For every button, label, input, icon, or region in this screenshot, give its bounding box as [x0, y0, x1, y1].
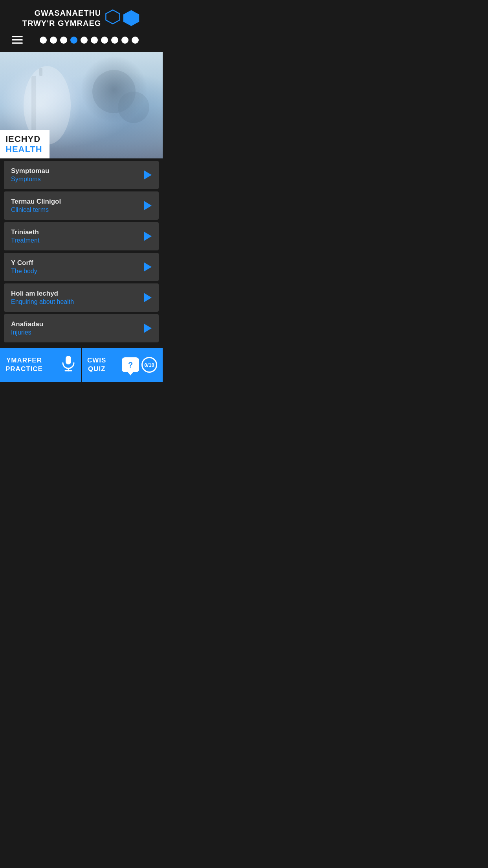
play-arrow-symptoms — [144, 170, 152, 180]
menu-item-clinical-welsh: Termau Clinigol — [11, 198, 61, 206]
svg-marker-1 — [123, 10, 139, 26]
nav-dot-9[interactable] — [121, 37, 128, 44]
nav-dot-5[interactable] — [81, 37, 88, 44]
menu-item-treatment-text: Triniaeth Treatment — [11, 228, 39, 244]
play-arrow-enquiring — [144, 293, 152, 302]
svg-rect-4 — [39, 68, 42, 76]
play-arrow-body — [144, 262, 152, 272]
play-arrow-clinical — [144, 201, 152, 210]
menu-item-enquiring-english: Enquiring about health — [11, 298, 74, 305]
play-arrow-injuries — [144, 324, 152, 333]
hero-english-label: HEALTH — [6, 144, 42, 154]
hero-label: IECHYD HEALTH — [0, 130, 50, 158]
menu-list: Symptomau Symptoms Termau Clinigol Clini… — [0, 158, 163, 345]
svg-marker-0 — [106, 10, 120, 24]
page-dots-nav[interactable] — [25, 37, 153, 44]
hex-filled-icon — [122, 9, 140, 27]
menu-item-symptoms[interactable]: Symptomau Symptoms — [4, 161, 159, 189]
nav-dot-4[interactable] — [70, 37, 77, 44]
play-arrow-treatment — [144, 232, 152, 241]
menu-item-symptoms-text: Symptomau Symptoms — [11, 167, 49, 183]
menu-item-treatment-english: Treatment — [11, 237, 39, 244]
nav-dot-1[interactable] — [40, 37, 47, 44]
practice-button[interactable]: YMARFER PRACTICE — [0, 348, 82, 382]
hamburger-menu[interactable] — [9, 34, 25, 46]
nav-dot-3[interactable] — [60, 37, 67, 44]
logo-icons — [105, 9, 140, 27]
app-header: GWASANAETHU TRWY'R GYMRAEG — [0, 0, 163, 52]
bottom-bar: YMARFER PRACTICE CWIS QUIZ ? 0/10 — [0, 348, 163, 382]
quiz-score-badge: 0/10 — [141, 357, 157, 373]
menu-item-symptoms-welsh: Symptomau — [11, 167, 49, 175]
nav-dot-2[interactable] — [50, 37, 57, 44]
hex-outline-icon — [105, 9, 121, 25]
menu-item-clinical-text: Termau Clinigol Clinical terms — [11, 198, 61, 213]
question-mark-icon: ? — [128, 360, 133, 370]
menu-item-body-text: Y Corff The body — [11, 259, 37, 275]
nav-dot-6[interactable] — [91, 37, 98, 44]
svg-rect-7 — [66, 356, 71, 364]
nav-dot-8[interactable] — [111, 37, 118, 44]
svg-point-6 — [118, 92, 149, 123]
logo-area: GWASANAETHU TRWY'R GYMRAEG — [22, 8, 141, 28]
menu-item-injuries[interactable]: Anafiadau Injuries — [4, 314, 159, 342]
menu-item-enquiring-welsh: Holi am Iechyd — [11, 290, 74, 298]
menu-item-treatment-welsh: Triniaeth — [11, 228, 39, 236]
quiz-button-text: CWIS QUIZ — [87, 356, 106, 373]
menu-item-injuries-text: Anafiadau Injuries — [11, 320, 43, 336]
menu-item-symptoms-english: Symptoms — [11, 176, 49, 183]
menu-item-treatment[interactable]: Triniaeth Treatment — [4, 222, 159, 250]
menu-item-enquiring-text: Holi am Iechyd Enquiring about health — [11, 290, 74, 305]
hero-image: IECHYD HEALTH — [0, 52, 163, 158]
hero-welsh-label: IECHYD — [6, 134, 42, 144]
quiz-button[interactable]: CWIS QUIZ ? 0/10 — [82, 348, 163, 382]
practice-button-text: YMARFER PRACTICE — [6, 356, 43, 373]
menu-item-injuries-english: Injuries — [11, 329, 43, 336]
menu-item-clinical-english: Clinical terms — [11, 206, 61, 213]
top-bar — [6, 34, 156, 46]
speech-bubble-icon: ? — [122, 357, 139, 372]
menu-item-clinical[interactable]: Termau Clinigol Clinical terms — [4, 191, 159, 220]
menu-item-enquiring[interactable]: Holi am Iechyd Enquiring about health — [4, 283, 159, 312]
quiz-icon-area: ? 0/10 — [122, 357, 157, 373]
nav-dot-10[interactable] — [132, 37, 139, 44]
microphone-icon — [61, 355, 75, 375]
menu-item-injuries-welsh: Anafiadau — [11, 320, 43, 328]
app-title: GWASANAETHU TRWY'R GYMRAEG — [22, 8, 101, 28]
menu-item-body[interactable]: Y Corff The body — [4, 253, 159, 281]
menu-item-body-welsh: Y Corff — [11, 259, 37, 267]
menu-item-body-english: The body — [11, 268, 37, 275]
nav-dot-7[interactable] — [101, 37, 108, 44]
